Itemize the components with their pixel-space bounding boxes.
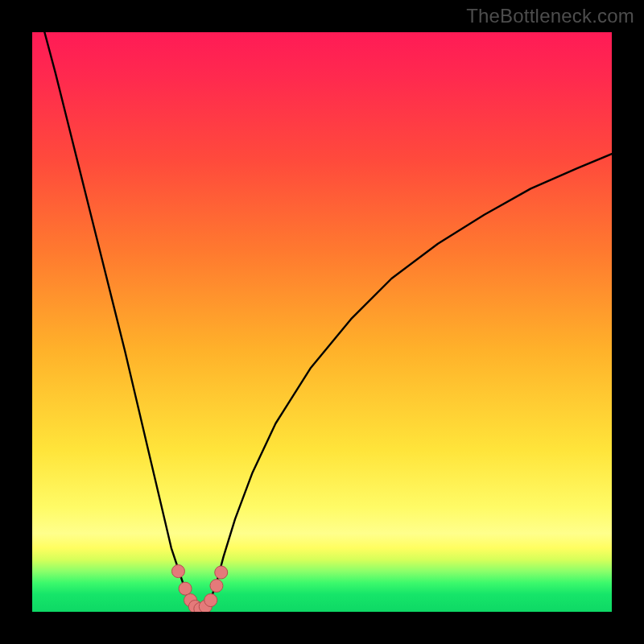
attribution-label: TheBottleneck.com <box>466 5 634 27</box>
marker-cluster <box>171 565 227 612</box>
marker-dot <box>171 565 184 578</box>
chart-stage: TheBottleneck.com <box>0 0 644 644</box>
marker-dot <box>204 594 217 607</box>
curve-line <box>32 32 612 609</box>
plot-svg <box>32 32 612 612</box>
marker-dot <box>210 580 223 592</box>
marker-dot <box>179 582 192 595</box>
marker-dot <box>215 566 228 579</box>
